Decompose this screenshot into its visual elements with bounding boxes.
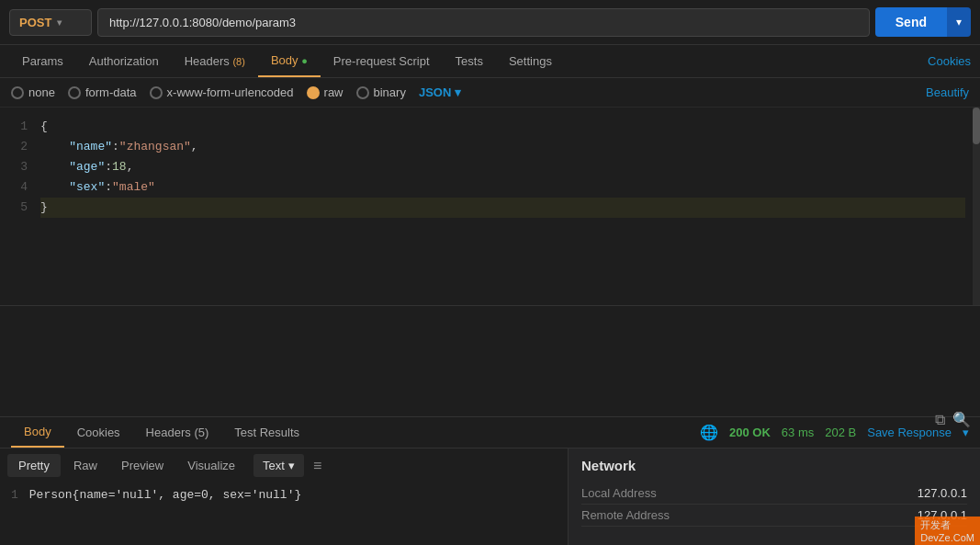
editor-scrollbar[interactable] (973, 108, 980, 305)
url-input[interactable] (97, 8, 870, 37)
tab-pre-request[interactable]: Pre-request Script (321, 46, 443, 76)
code-line-1: { (40, 117, 965, 137)
filter-icon[interactable]: ≡ (313, 458, 321, 474)
fmt-visualize[interactable]: Visualize (176, 454, 246, 477)
resp-tab-body[interactable]: Body (11, 417, 64, 448)
network-row-remote: Remote Address 127.0.0.1 (581, 505, 967, 527)
option-raw[interactable]: raw (307, 85, 344, 99)
send-dropdown-button[interactable]: ▾ (947, 7, 971, 37)
local-address-value: 127.0.0.1 (918, 486, 967, 500)
code-line-2: "name":"zhangsan", (40, 137, 965, 157)
code-line-4: "sex":"male" (40, 177, 965, 198)
option-binary[interactable]: binary (356, 85, 406, 99)
tab-body[interactable]: Body ● (258, 45, 321, 77)
radio-x-www-form (150, 86, 163, 99)
watermark: 开发者 DevZe.CoM (915, 517, 980, 545)
resp-tab-headers[interactable]: Headers (5) (133, 418, 222, 447)
request-tabs-bar: Params Authorization Headers (8) Body ● … (0, 45, 980, 78)
resp-body-content: Person{name='null', age=0, sex='null'} (29, 488, 301, 502)
response-left-panel: Pretty Raw Preview Visualize Text ▾ ≡ 1P… (0, 448, 569, 545)
response-size: 202 B (825, 426, 856, 439)
scrollbar-thumb (973, 108, 980, 144)
method-chevron: ▾ (57, 17, 62, 28)
response-body-area: Pretty Raw Preview Visualize Text ▾ ≡ 1P… (0, 448, 980, 545)
send-button-group: Send ▾ (875, 7, 971, 37)
code-line-5: } (40, 198, 965, 218)
fmt-pretty[interactable]: Pretty (7, 454, 61, 477)
send-button[interactable]: Send (875, 7, 947, 37)
watermark-line2: DevZe.CoM (920, 532, 974, 543)
option-none[interactable]: none (11, 85, 55, 99)
radio-raw (307, 86, 320, 99)
resp-line-num-1: 1 (11, 488, 18, 502)
code-content-area[interactable]: { "name":"zhangsan", "age":18, "sex":"ma… (33, 108, 973, 305)
watermark-line1: 开发者 (920, 518, 974, 532)
response-tabs-bar: Body Cookies Headers (5) Test Results 🌐 … (0, 417, 980, 448)
radio-none (11, 86, 24, 99)
tab-authorization[interactable]: Authorization (76, 46, 172, 76)
method-label: POST (19, 16, 51, 29)
code-editor[interactable]: 1 2 3 4 5 { "name":"zhangsan", "age":18,… (0, 108, 980, 306)
response-action-icons: ⧉ 🔍 (935, 411, 971, 428)
option-form-data[interactable]: form-data (68, 85, 137, 99)
app-container: POST ▾ Send ▾ Params Authorization Heade… (0, 0, 980, 545)
tab-tests[interactable]: Tests (443, 46, 496, 76)
response-section: Body Cookies Headers (5) Test Results 🌐 … (0, 416, 980, 545)
text-format-select[interactable]: Text ▾ (253, 454, 304, 477)
remote-address-label: Remote Address (581, 508, 670, 522)
response-status-bar: 🌐 200 OK 63 ms 202 B Save Response ▾ (700, 424, 969, 441)
editor-empty-space (0, 306, 980, 416)
resp-tab-test-results[interactable]: Test Results (221, 418, 312, 447)
option-x-www-form[interactable]: x-www-form-urlencoded (150, 85, 294, 99)
tab-params[interactable]: Params (9, 46, 76, 76)
body-options-bar: none form-data x-www-form-urlencoded raw… (0, 78, 980, 108)
code-line-3: "age":18, (40, 157, 965, 177)
copy-icon[interactable]: ⧉ (935, 411, 945, 428)
json-format-select[interactable]: JSON ▾ (419, 85, 461, 99)
network-panel-title: Network (581, 458, 967, 473)
method-selector[interactable]: POST ▾ (9, 9, 92, 36)
globe-icon: 🌐 (700, 424, 718, 441)
fmt-raw[interactable]: Raw (62, 454, 108, 477)
radio-form-data (68, 86, 81, 99)
tab-headers[interactable]: Headers (8) (172, 46, 258, 76)
fmt-preview[interactable]: Preview (110, 454, 175, 477)
beautify-button[interactable]: Beautify (926, 85, 969, 99)
radio-binary (356, 86, 369, 99)
response-code-area: 1Person{name='null', age=0, sex='null'} (0, 483, 568, 508)
search-icon[interactable]: 🔍 (952, 411, 971, 428)
resp-tab-cookies[interactable]: Cookies (64, 418, 133, 447)
response-time: 63 ms (782, 426, 814, 439)
local-address-label: Local Address (581, 486, 657, 500)
tab-settings[interactable]: Settings (496, 46, 565, 76)
url-bar: POST ▾ Send ▾ (0, 0, 980, 45)
line-numbers: 1 2 3 4 5 (0, 108, 33, 305)
response-format-bar: Pretty Raw Preview Visualize Text ▾ ≡ (0, 448, 568, 483)
cookies-link[interactable]: Cookies (928, 54, 971, 68)
network-row-local: Local Address 127.0.0.1 (581, 483, 967, 505)
status-code: 200 OK (729, 426, 771, 439)
